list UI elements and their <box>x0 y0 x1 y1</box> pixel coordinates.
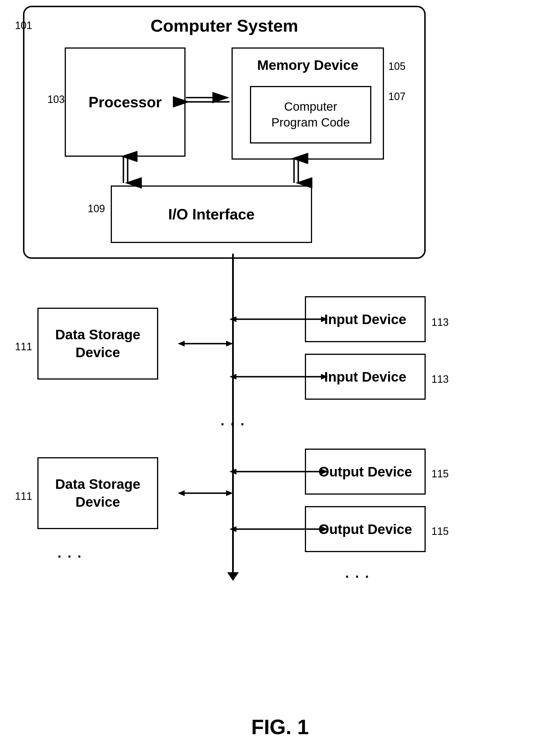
output-device-1-label: Output Device <box>318 464 412 479</box>
program-code-label: ComputerProgram Code <box>271 99 350 130</box>
svg-marker-17 <box>178 341 185 347</box>
dots-input: . . . <box>221 413 246 428</box>
ref-115-1: 115 <box>432 468 449 480</box>
ref-101: 101 <box>15 20 32 32</box>
memory-device-box: Memory Device ComputerProgram Code <box>232 47 384 160</box>
svg-marker-23 <box>229 316 236 322</box>
svg-marker-18 <box>226 341 233 347</box>
data-storage-2-label: Data StorageDevice <box>55 475 140 511</box>
fig-caption: FIG. 1 <box>0 715 560 739</box>
computer-system-title: Computer System <box>24 16 424 36</box>
svg-marker-26 <box>229 374 236 380</box>
svg-marker-32 <box>229 526 236 532</box>
ref-109: 109 <box>88 203 105 215</box>
svg-marker-21 <box>226 490 233 496</box>
ref-107: 107 <box>388 90 405 103</box>
io-interface-box: I/O Interface <box>111 185 312 243</box>
ref-115-2: 115 <box>432 525 449 537</box>
program-code-box: ComputerProgram Code <box>250 86 371 143</box>
svg-marker-20 <box>178 490 185 496</box>
output-device-box-2: Output Device <box>305 506 426 552</box>
data-storage-1-label: Data StorageDevice <box>55 326 140 362</box>
dots-storage-2: . . . <box>58 545 83 561</box>
output-device-box-1: Output Device <box>305 449 426 495</box>
input-device-box-2: Input Device <box>305 354 426 400</box>
input-device-1-label: Input Device <box>324 311 406 327</box>
data-storage-box-2: Data StorageDevice <box>37 457 158 529</box>
processor-box: Processor <box>65 47 185 157</box>
ref-105: 105 <box>388 60 405 73</box>
ref-111-2: 111 <box>15 490 32 503</box>
io-interface-label: I/O Interface <box>168 206 255 223</box>
input-device-box-1: Input Device <box>305 296 426 342</box>
ref-113-1: 113 <box>432 316 449 328</box>
svg-marker-29 <box>229 469 236 474</box>
output-device-2-label: Output Device <box>318 522 412 537</box>
svg-marker-15 <box>227 572 239 581</box>
ref-111-1: 111 <box>15 341 32 353</box>
dots-output: . . . <box>345 565 370 581</box>
memory-device-title: Memory Device <box>233 57 383 73</box>
ref-113-2: 113 <box>432 373 449 385</box>
data-storage-box-1: Data StorageDevice <box>37 308 158 380</box>
computer-system-box: Computer System Processor Memory Device … <box>23 6 426 259</box>
ref-103: 103 <box>47 94 65 105</box>
processor-label: Processor <box>88 94 162 111</box>
input-device-2-label: Input Device <box>324 369 406 385</box>
